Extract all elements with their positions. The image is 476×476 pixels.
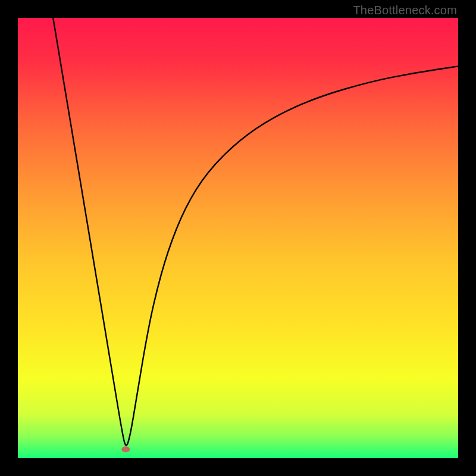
watermark-text: TheBottleneck.com — [353, 4, 457, 17]
curve-layer — [18, 18, 458, 458]
plot-area — [18, 18, 458, 458]
bottleneck-curve — [53, 18, 458, 445]
min-marker — [121, 446, 130, 452]
chart-frame: TheBottleneck.com — [0, 0, 476, 476]
